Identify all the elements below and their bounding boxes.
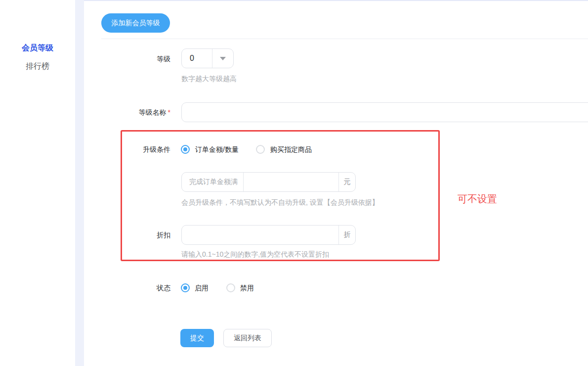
submit-button[interactable]: 提交	[180, 329, 214, 347]
required-asterisk: *	[168, 108, 170, 116]
toolbar-divider	[101, 39, 588, 39]
back-to-list-button[interactable]: 返回列表	[223, 329, 272, 347]
radio-specified-goods-label[interactable]: 购买指定商品	[270, 145, 312, 154]
level-name-label: 等级名称*	[101, 108, 170, 117]
discount-input-group: 折	[181, 225, 356, 245]
sidebar-item-member-level-label: 会员等级	[22, 44, 53, 52]
discount-unit-suffix: 折	[338, 226, 355, 244]
level-select-value: 0	[190, 49, 194, 68]
order-amount-input[interactable]	[244, 173, 338, 191]
upgrade-condition-hint: 会员升级条件，不填写默认为不自动升级, 设置【会员升级依据】	[181, 198, 379, 207]
level-select[interactable]: 0	[181, 48, 234, 68]
level-label: 等级	[101, 55, 170, 64]
radio-order-amount-label[interactable]: 订单金额/数量	[195, 145, 239, 154]
order-amount-unit-suffix: 元	[338, 173, 355, 191]
member-level-edit-page: 会员等级 排行榜 添加新会员等级 等级 0 数字越大等级越高 等级名称* 升级条…	[0, 0, 588, 366]
sidebar-item-ranking-label: 排行榜	[26, 62, 49, 70]
chevron-down-icon	[220, 57, 226, 60]
order-amount-prepend-label: 完成订单金额满	[182, 173, 244, 191]
optional-annotation-text: 可不设置	[458, 192, 497, 206]
radio-status-disabled-label[interactable]: 禁用	[240, 284, 254, 293]
sidebar-divider-strip	[75, 0, 84, 366]
level-hint: 数字越大等级越高	[181, 75, 237, 84]
level-name-input[interactable]	[181, 102, 588, 122]
status-label: 状态	[101, 284, 170, 293]
discount-hint: 请输入0.1~10之间的数字,值为空代表不设置折扣	[181, 250, 329, 259]
radio-status-enabled[interactable]	[181, 283, 190, 292]
content-top-border	[84, 0, 588, 1]
radio-specified-goods[interactable]	[256, 145, 265, 154]
add-member-level-button[interactable]: 添加新会员等级	[101, 13, 170, 33]
sidebar-item-member-level[interactable]: 会员等级	[0, 43, 75, 53]
radio-status-enabled-label[interactable]: 启用	[195, 284, 209, 293]
discount-label: 折扣	[101, 231, 170, 240]
radio-order-amount[interactable]	[181, 145, 190, 154]
order-amount-input-group: 完成订单金额满 元	[181, 172, 356, 192]
discount-input[interactable]	[182, 226, 338, 244]
sidebar-item-ranking[interactable]: 排行榜	[0, 61, 75, 72]
upgrade-condition-label: 升级条件	[101, 145, 170, 154]
radio-status-disabled[interactable]	[226, 283, 235, 292]
level-select-arrow-box[interactable]	[212, 49, 233, 68]
